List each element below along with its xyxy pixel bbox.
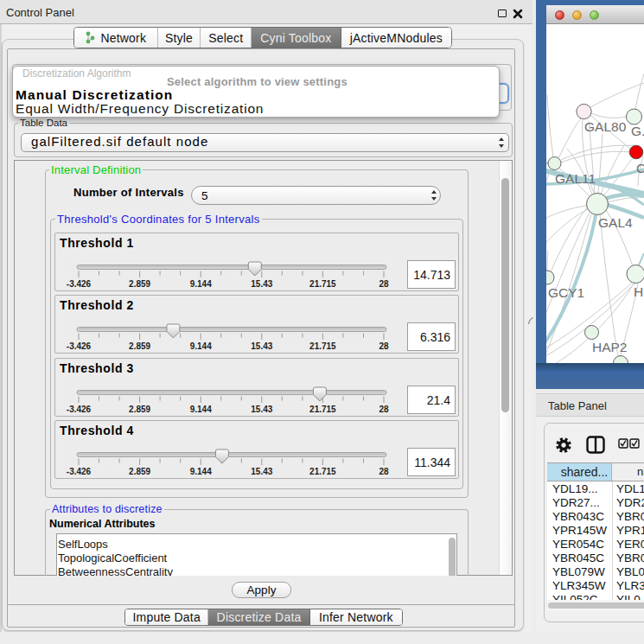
svg-text:GAL11: GAL11 <box>555 171 596 186</box>
svg-text:GAL80: GAL80 <box>584 119 627 134</box>
svg-text:GAL4: GAL4 <box>598 215 633 230</box>
svg-text:H: H <box>634 284 643 299</box>
svg-text:GCY1: GCY1 <box>548 285 584 300</box>
svg-text:C: C <box>636 161 644 175</box>
svg-text:HAP2: HAP2 <box>592 340 628 354</box>
svg-text:G.: G. <box>631 124 644 138</box>
